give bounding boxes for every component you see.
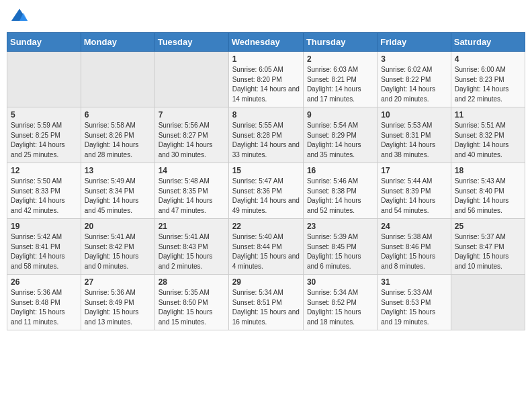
- header-day-thursday: Thursday: [303, 33, 377, 52]
- calendar-table: SundayMondayTuesdayWednesdayThursdayFrid…: [7, 32, 525, 330]
- day-info: Sunrise: 5:51 AM Sunset: 8:32 PM Dayligh…: [455, 121, 521, 160]
- day-number: 13: [85, 166, 151, 175]
- day-info: Sunrise: 5:56 AM Sunset: 8:27 PM Dayligh…: [159, 121, 225, 160]
- calendar-cell: 19Sunrise: 5:42 AM Sunset: 8:41 PM Dayli…: [7, 219, 81, 275]
- day-info: Sunrise: 5:38 AM Sunset: 8:46 PM Dayligh…: [381, 232, 447, 271]
- calendar-cell: 21Sunrise: 5:41 AM Sunset: 8:43 PM Dayli…: [154, 219, 228, 275]
- day-number: 21: [159, 222, 225, 231]
- calendar-cell: 20Sunrise: 5:41 AM Sunset: 8:42 PM Dayli…: [81, 219, 154, 275]
- calendar-week-row: 1Sunrise: 6:05 AM Sunset: 8:20 PM Daylig…: [7, 52, 525, 107]
- day-info: Sunrise: 5:39 AM Sunset: 8:45 PM Dayligh…: [307, 232, 373, 271]
- page-header: [7, 7, 525, 27]
- calendar-cell: 22Sunrise: 5:40 AM Sunset: 8:44 PM Dayli…: [228, 219, 303, 275]
- calendar-cell: 3Sunrise: 6:02 AM Sunset: 8:22 PM Daylig…: [378, 52, 451, 107]
- day-info: Sunrise: 5:55 AM Sunset: 8:28 PM Dayligh…: [232, 121, 300, 160]
- calendar-cell: 31Sunrise: 5:33 AM Sunset: 8:53 PM Dayli…: [378, 275, 451, 330]
- day-info: Sunrise: 5:46 AM Sunset: 8:38 PM Dayligh…: [307, 177, 373, 216]
- header-day-saturday: Saturday: [451, 33, 525, 52]
- day-info: Sunrise: 5:41 AM Sunset: 8:43 PM Dayligh…: [159, 232, 225, 271]
- calendar-cell: 12Sunrise: 5:50 AM Sunset: 8:33 PM Dayli…: [7, 163, 81, 219]
- day-info: Sunrise: 5:33 AM Sunset: 8:53 PM Dayligh…: [381, 288, 447, 327]
- calendar-cell: 28Sunrise: 5:35 AM Sunset: 8:50 PM Dayli…: [154, 275, 228, 330]
- day-info: Sunrise: 5:47 AM Sunset: 8:36 PM Dayligh…: [232, 177, 300, 216]
- day-number: 1: [232, 54, 300, 64]
- day-number: 25: [455, 222, 521, 231]
- day-number: 18: [455, 166, 521, 175]
- calendar-cell: 26Sunrise: 5:36 AM Sunset: 8:48 PM Dayli…: [7, 275, 81, 330]
- day-number: 19: [11, 222, 77, 231]
- day-number: 30: [307, 277, 373, 287]
- header-day-tuesday: Tuesday: [154, 33, 228, 52]
- day-info: Sunrise: 5:36 AM Sunset: 8:48 PM Dayligh…: [11, 288, 77, 327]
- day-number: 12: [11, 166, 77, 175]
- day-number: 23: [307, 222, 373, 231]
- day-info: Sunrise: 5:34 AM Sunset: 8:51 PM Dayligh…: [232, 288, 300, 327]
- calendar-cell: 23Sunrise: 5:39 AM Sunset: 8:45 PM Dayli…: [303, 219, 377, 275]
- logo-icon: [9, 7, 30, 27]
- day-info: Sunrise: 6:00 AM Sunset: 8:23 PM Dayligh…: [455, 65, 521, 104]
- day-info: Sunrise: 5:40 AM Sunset: 8:44 PM Dayligh…: [232, 232, 300, 271]
- header-day-monday: Monday: [81, 33, 154, 52]
- calendar-cell: [81, 52, 154, 107]
- calendar-week-row: 26Sunrise: 5:36 AM Sunset: 8:48 PM Dayli…: [7, 275, 525, 330]
- calendar-cell: 14Sunrise: 5:48 AM Sunset: 8:35 PM Dayli…: [154, 163, 228, 219]
- day-number: 2: [307, 54, 373, 64]
- calendar-cell: [451, 275, 525, 330]
- calendar-cell: 24Sunrise: 5:38 AM Sunset: 8:46 PM Dayli…: [378, 219, 451, 275]
- calendar-week-row: 5Sunrise: 5:59 AM Sunset: 8:25 PM Daylig…: [7, 107, 525, 163]
- day-number: 11: [455, 110, 521, 120]
- calendar-cell: 7Sunrise: 5:56 AM Sunset: 8:27 PM Daylig…: [154, 107, 228, 163]
- day-info: Sunrise: 5:44 AM Sunset: 8:39 PM Dayligh…: [381, 177, 447, 216]
- day-number: 16: [307, 166, 373, 175]
- day-number: 10: [381, 110, 447, 120]
- day-number: 3: [381, 54, 447, 64]
- day-number: 9: [307, 110, 373, 120]
- calendar-cell: [154, 52, 228, 107]
- calendar-cell: 10Sunrise: 5:53 AM Sunset: 8:31 PM Dayli…: [378, 107, 451, 163]
- day-number: 5: [11, 110, 77, 120]
- day-number: 15: [232, 166, 300, 175]
- day-number: 28: [159, 277, 225, 287]
- day-info: Sunrise: 5:48 AM Sunset: 8:35 PM Dayligh…: [159, 177, 225, 216]
- day-info: Sunrise: 5:36 AM Sunset: 8:49 PM Dayligh…: [85, 288, 151, 327]
- calendar-cell: 1Sunrise: 6:05 AM Sunset: 8:20 PM Daylig…: [228, 52, 303, 107]
- day-info: Sunrise: 6:02 AM Sunset: 8:22 PM Dayligh…: [381, 65, 447, 104]
- header-day-friday: Friday: [378, 33, 451, 52]
- day-info: Sunrise: 5:35 AM Sunset: 8:50 PM Dayligh…: [159, 288, 225, 327]
- calendar-cell: 8Sunrise: 5:55 AM Sunset: 8:28 PM Daylig…: [228, 107, 303, 163]
- day-number: 6: [85, 110, 151, 120]
- calendar-cell: 4Sunrise: 6:00 AM Sunset: 8:23 PM Daylig…: [451, 52, 525, 107]
- day-number: 17: [381, 166, 447, 175]
- calendar-cell: 29Sunrise: 5:34 AM Sunset: 8:51 PM Dayli…: [228, 275, 303, 330]
- day-info: Sunrise: 5:50 AM Sunset: 8:33 PM Dayligh…: [11, 177, 77, 216]
- day-info: Sunrise: 5:49 AM Sunset: 8:34 PM Dayligh…: [85, 177, 151, 216]
- calendar-cell: 13Sunrise: 5:49 AM Sunset: 8:34 PM Dayli…: [81, 163, 154, 219]
- calendar-cell: 30Sunrise: 5:34 AM Sunset: 8:52 PM Dayli…: [303, 275, 377, 330]
- calendar-cell: 25Sunrise: 5:37 AM Sunset: 8:47 PM Dayli…: [451, 219, 525, 275]
- day-number: 20: [85, 222, 151, 231]
- day-info: Sunrise: 5:34 AM Sunset: 8:52 PM Dayligh…: [307, 288, 373, 327]
- calendar-cell: 18Sunrise: 5:43 AM Sunset: 8:40 PM Dayli…: [451, 163, 525, 219]
- day-number: 14: [159, 166, 225, 175]
- day-number: 8: [232, 110, 300, 120]
- header-day-sunday: Sunday: [7, 33, 81, 52]
- day-number: 31: [381, 277, 447, 287]
- day-number: 29: [232, 277, 300, 287]
- day-number: 26: [11, 277, 77, 287]
- day-number: 27: [85, 277, 151, 287]
- header-day-wednesday: Wednesday: [228, 33, 303, 52]
- calendar-cell: 27Sunrise: 5:36 AM Sunset: 8:49 PM Dayli…: [81, 275, 154, 330]
- calendar-week-row: 12Sunrise: 5:50 AM Sunset: 8:33 PM Dayli…: [7, 163, 525, 219]
- calendar-cell: 5Sunrise: 5:59 AM Sunset: 8:25 PM Daylig…: [7, 107, 81, 163]
- logo: [9, 7, 32, 27]
- day-info: Sunrise: 6:03 AM Sunset: 8:21 PM Dayligh…: [307, 65, 373, 104]
- calendar-cell: [7, 52, 81, 107]
- day-info: Sunrise: 5:42 AM Sunset: 8:41 PM Dayligh…: [11, 232, 77, 271]
- calendar-header-row: SundayMondayTuesdayWednesdayThursdayFrid…: [7, 33, 525, 52]
- day-info: Sunrise: 5:58 AM Sunset: 8:26 PM Dayligh…: [85, 121, 151, 160]
- calendar-cell: 17Sunrise: 5:44 AM Sunset: 8:39 PM Dayli…: [378, 163, 451, 219]
- day-info: Sunrise: 6:05 AM Sunset: 8:20 PM Dayligh…: [232, 65, 300, 104]
- day-info: Sunrise: 5:43 AM Sunset: 8:40 PM Dayligh…: [455, 177, 521, 216]
- day-info: Sunrise: 5:53 AM Sunset: 8:31 PM Dayligh…: [381, 121, 447, 160]
- day-number: 24: [381, 222, 447, 231]
